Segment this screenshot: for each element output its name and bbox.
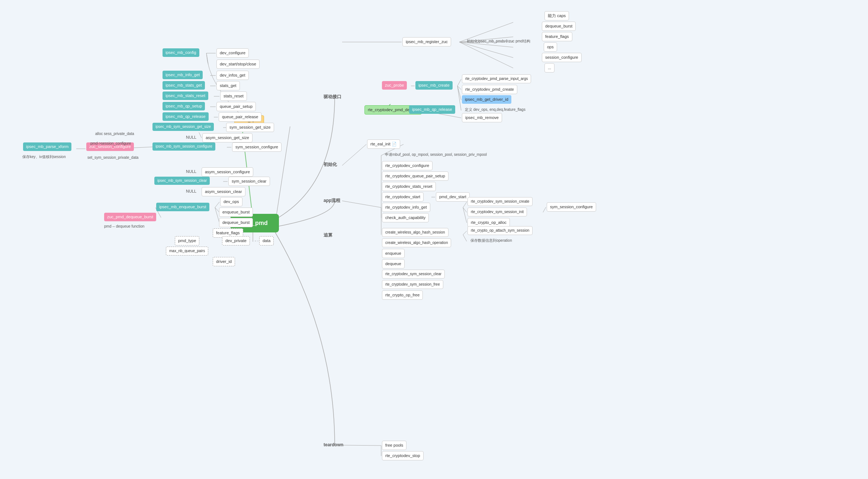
dev-configure: dev_configure <box>216 48 249 58</box>
asym-session-get-size: asym_session_get_size <box>202 133 253 142</box>
init-desc: 初始化ipsec_mb_pmds中zuc pmd结构 <box>464 37 533 45</box>
rte-cryptodev-sym-session-clear: rte_cryptodev_sym_session_clear <box>382 270 445 279</box>
data: data <box>259 236 274 245</box>
sym-session-configure: sym_session_configure <box>232 142 282 152</box>
sym-session-clear: sym_session_clear <box>228 177 270 186</box>
ipsec-mb-info-get: ipsec_mb_info_get <box>163 71 203 79</box>
rte-cryptodev-start: rte_cryptodev_start <box>382 192 424 202</box>
dequeue-node: dequeue <box>382 259 405 269</box>
stats-reset: stats_reset <box>220 91 247 101</box>
dequeue-burst: dequeue_burst <box>219 218 253 227</box>
section-init: 初始化 <box>321 160 340 169</box>
define-dev-ops: 定义 dev_ops, enq,deq,feature_flags <box>462 106 528 114</box>
ipsec-mb-stats-get: ipsec_mb_stats_get <box>163 81 205 90</box>
caps-node: 能力 caps <box>544 11 569 20</box>
ipsec-mb-qp-release2: ipsec_mb_qp_release <box>409 105 455 114</box>
queue-pair-setup: queue_pair_setup <box>216 102 256 111</box>
svg-line-30 <box>457 86 461 100</box>
dev-start-stop-close: dev_start/stop/close <box>216 60 260 69</box>
apply-mbuf-pool: 申请mbuf_pool, op_mpool, session_pool, ses… <box>382 151 490 159</box>
pmd-dequeue-function: pmd -- dequeue function <box>101 222 147 231</box>
sym-session-configure2: sym_session_configure <box>547 202 596 212</box>
save-key-iv: 保存key、iv值移到session <box>19 153 69 161</box>
asym-session-configure: asym_session_configure <box>202 167 253 177</box>
set-sym-session-private-data: set_sym_session_private_data <box>84 154 141 162</box>
alloc-sess-private-data: alloc sess_private_data <box>92 130 137 138</box>
dev-ops-enqueue: dev_ops <box>220 197 242 206</box>
section-teardown: teardown <box>321 440 346 450</box>
save-data-to-operation: 保存数据信息到operation <box>467 237 515 245</box>
rte-cryptodev-sym-session-init: rte_cryptodev_sym_session_init <box>467 208 527 216</box>
ipsec-mb-register-zuc: ipsec_mb_register_zuc <box>402 37 451 46</box>
rte-cryptodev-info-get: rte_cryptodev_info_get <box>382 203 430 212</box>
svg-line-3 <box>206 53 208 64</box>
ipsec-mb-sym-session-get-size: ipsec_mb_sym_session_get_size <box>152 123 214 131</box>
ellipsis-node: ... <box>544 63 554 73</box>
rte-cryptodev-stop: rte_cryptodev_stop <box>382 451 424 460</box>
rte-cryptodev-pmd-parse-input-args: rte_cryptodev_pmd_parse_input_args <box>462 74 531 83</box>
ipsec-mb-sym-session-configure: ipsec_mb_sym_session_configure <box>152 142 215 151</box>
ipsec-mb-config: ipsec_mb_config <box>163 48 199 57</box>
rte-eal-init: rte_eal_init 📄 <box>367 139 400 149</box>
dev-infos-get: dev_infos_get <box>216 71 249 80</box>
check-auth-capability: check_auth_capability <box>382 213 429 222</box>
ipsec-mb-stats-reset: ipsec_mb_stats_reset <box>163 91 208 100</box>
svg-line-48 <box>543 207 546 212</box>
ipsec-mb-get-driver-id: ipsec_mb_get_driver_id <box>462 95 511 104</box>
feature-flags-r: feature_flags <box>542 32 572 41</box>
ipsec-mb-sym-session-clear: ipsec_mb_sym_session_clear <box>154 177 210 185</box>
rte-cryptodev-queue-pair-setup: rte_cryptodev_queue_pair_setup <box>382 171 449 181</box>
svg-line-28 <box>457 79 461 86</box>
svg-line-10 <box>199 132 202 138</box>
svg-line-0 <box>275 126 290 223</box>
max-nb-queue-pairs: max_nb_queue_pairs <box>166 247 208 255</box>
pmd-session-configure: pmd->session_configure <box>87 139 134 148</box>
ipsec-mb-parse-xform: ipsec_mb_parse_xform <box>23 142 71 151</box>
svg-line-47 <box>463 208 467 223</box>
rte-cryptodev-pmd-create: rte_cryptodev_pmd_create <box>462 85 517 94</box>
create-wireless-algo-hash-operation: create_wireless_algo_hash_operation <box>382 238 451 247</box>
zuc-pmd-dequeue-burst: zuc_pmd_dequeue_burst <box>104 213 156 221</box>
section-driver: 驱动接口 <box>321 92 344 102</box>
svg-line-50 <box>463 235 467 241</box>
rte-crypto-op-attach-sym-session: rte_crypto_op_attach_sym_session <box>467 226 533 235</box>
pmd-type: pmd_type <box>175 236 199 245</box>
null-asym-session-configure: NULL <box>183 167 199 176</box>
free-pools: free pools <box>382 441 406 450</box>
section-query: 追算 <box>321 231 335 240</box>
svg-line-31 <box>457 86 461 110</box>
svg-line-15 <box>215 202 219 208</box>
zuc-probe: zuc_probe <box>382 81 407 90</box>
driver-id: driver_id <box>213 257 235 266</box>
stats-get: stats_get <box>216 81 240 90</box>
dequeue-burst-r: dequeue_burst <box>542 22 576 31</box>
null-asym-session: NULL <box>183 133 199 142</box>
enqueue-burst: enqueue_burst <box>219 208 253 217</box>
svg-line-29 <box>457 86 461 90</box>
svg-line-34 <box>342 144 366 165</box>
null-asym-clear: NULL <box>183 187 199 196</box>
svg-line-45 <box>463 202 467 208</box>
asym-session-clear: asym_session_clear <box>202 187 245 196</box>
rte-crypto-op-free: rte_crypto_op_free <box>382 290 423 300</box>
rte-cryptodev-sym-session-free: rte_cryptodev_sym_session_free <box>382 280 443 289</box>
ipsec-mb-create: ipsec_mb_create <box>415 81 453 90</box>
section-app: app流程 <box>321 196 343 205</box>
svg-line-51 <box>342 445 381 446</box>
create-wireless-algo-hash-session: create_wireless_algo_hash_session <box>382 228 449 237</box>
rte-cryptodev-stats-reset: rte_cryptodev_stats_reset <box>382 182 436 191</box>
ops-node: ops <box>544 42 557 52</box>
rte-cryptodev-configure: rte_cryptodev_configure <box>382 161 433 170</box>
svg-line-49 <box>463 231 467 235</box>
rte-cryptodev-sym-session-create: rte_cryptodev_sym_session_create <box>467 197 533 206</box>
mindmap-container: zuc_pmd dev_ops cryptodev ipsec_mb_confi… <box>0 0 868 479</box>
dev-private: dev_private <box>222 236 250 245</box>
enqueue-node: enqueue <box>382 249 405 258</box>
session-configure-r: session_configure <box>542 53 582 62</box>
svg-line-43 <box>342 201 381 208</box>
svg-line-46 <box>463 208 467 212</box>
pmd-dev-start: pmd_dev_start <box>436 192 470 202</box>
ipsec-mb-qp-release: ipsec_mb_qp_release <box>163 112 209 121</box>
rte-cryptodev-pmd-destroy: ipsec_mb_remove <box>462 113 502 122</box>
ipsec-mb-qp-setup: ipsec_mb_qp_setup <box>163 102 205 110</box>
